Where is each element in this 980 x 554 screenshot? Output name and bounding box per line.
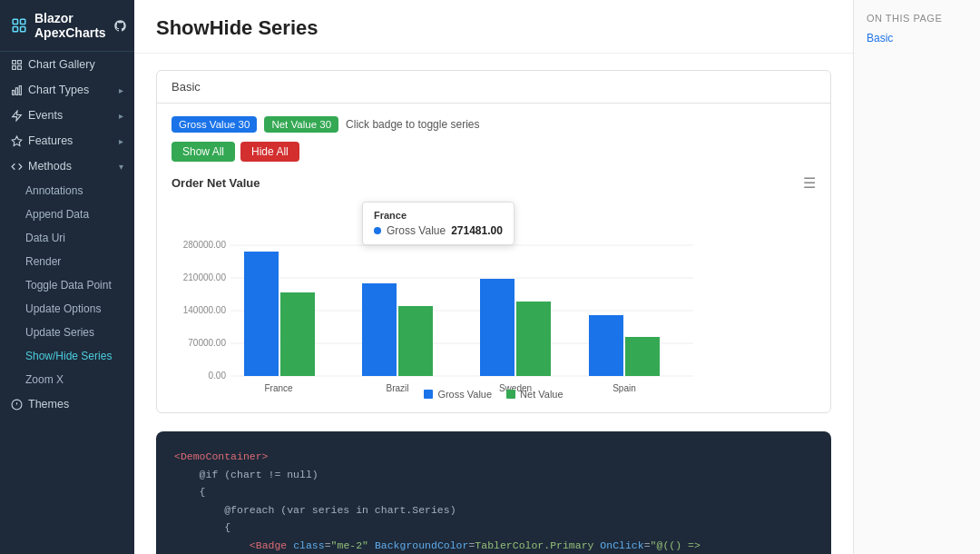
bar-france-gross [244,252,279,376]
svg-rect-1 [21,19,25,24]
app-logo-icon [11,17,27,34]
zap-icon [11,110,23,122]
chevron-methods: ▾ [119,162,123,172]
code-block: <DemoContainer> @if (chart != null) { @f… [156,431,831,554]
y-axis-label-3: 210000.00 [183,272,227,282]
code-line-6: <Badge class="me-2" BackgroundColor=Tabl… [174,537,813,554]
legend-gross-label: Gross Value [437,389,492,400]
sidebar-item-methods[interactable]: Methods ▾ [0,153,134,179]
bar-chart-icon [11,84,23,96]
app-logo: Blazor ApexCharts [0,0,134,52]
code-line-1: <DemoContainer> [174,448,813,466]
sidebar-child-update-series[interactable]: Update Series [0,321,134,344]
content-area: Basic Gross Value 30 Net Value 30 Click … [134,54,853,554]
code-line-4: @foreach (var series in chart.Series) [174,501,813,519]
card-body: Gross Value 30 Net Value 30 Click badge … [157,104,830,412]
card-header: Basic [157,71,830,104]
chart-svg: 0.00 70000.00 140000.00 210000.00 280000… [172,199,698,381]
chart-menu-icon[interactable]: ☰ [803,174,816,192]
svg-rect-3 [21,27,25,32]
svg-marker-11 [13,111,22,121]
badge-net[interactable]: Net Value 30 [264,116,338,133]
sidebar-item-themes-label: Themes [28,398,69,411]
svg-rect-9 [15,87,17,94]
code-line-2: @if (chart != null) [174,466,813,484]
main-content: ShowHide Series Basic Gross Value 30 Net… [134,0,853,554]
bar-france-net [280,292,315,376]
sidebar-item-methods-label: Methods [28,160,72,173]
bar-spain-gross [589,315,623,376]
bar-sweden-net [516,302,551,376]
badge-row: Gross Value 30 Net Value 30 Click badge … [172,116,816,133]
sidebar-child-annotations[interactable]: Annotations [0,179,134,203]
bar-brazil-gross [362,283,397,376]
sidebar-child-toggle-data-point[interactable]: Toggle Data Point [0,273,134,297]
svg-rect-0 [13,19,17,24]
sidebar-child-render[interactable]: Render [0,250,134,273]
svg-rect-4 [13,60,16,64]
sidebar-child-append-data[interactable]: Append Data [0,203,134,226]
palette-icon [11,399,23,411]
svg-marker-12 [12,136,22,145]
svg-rect-10 [19,85,21,94]
star-icon [11,135,23,147]
github-icon[interactable] [113,19,127,33]
sidebar-item-events-label: Events [28,109,63,122]
chevron-features: ▸ [119,136,123,146]
button-row: Show All Hide All [172,142,816,162]
bar-sweden-gross [480,279,514,376]
page-title: ShowHide Series [156,16,831,40]
grid-icon [11,59,23,71]
legend-gross-dot [424,390,433,399]
sidebar-item-chart-gallery[interactable]: Chart Gallery [0,52,134,77]
y-axis-label-1: 70000.00 [188,338,226,348]
x-label-brazil: Brazil [386,383,408,393]
chart-title: Order Net Value [172,176,260,190]
bar-brazil-net [398,306,433,376]
right-sidebar: ON THIS PAGE Basic [853,0,980,554]
bar-spain-net [625,337,660,376]
x-label-spain: Spain [612,383,636,393]
legend-net-label: Net Value [520,389,564,400]
sidebar-child-showhide-series[interactable]: Show/Hide Series [0,344,134,368]
svg-rect-6 [13,65,16,69]
sidebar-child-data-uri[interactable]: Data Uri [0,226,134,250]
chevron-chart-types: ▸ [119,85,123,95]
chevron-events: ▸ [119,111,123,121]
y-axis-label-4: 280000.00 [183,240,227,250]
code-icon [11,161,23,173]
svg-rect-8 [13,90,15,94]
basic-card: Basic Gross Value 30 Net Value 30 Click … [156,70,831,413]
code-line-5: { [174,519,813,537]
on-this-page-title: ON THIS PAGE [867,13,967,24]
svg-rect-2 [13,27,17,32]
svg-rect-5 [18,60,22,64]
legend-net: Net Value [506,389,564,400]
code-line-3: { [174,483,813,501]
y-axis-label-0: 0.00 [209,371,227,381]
on-this-page-link-basic[interactable]: Basic [867,32,893,45]
sidebar-item-themes[interactable]: Themes [0,391,134,417]
sidebar-child-zoom-x[interactable]: Zoom X [0,368,134,391]
page-header: ShowHide Series [134,0,853,54]
x-label-france: France [264,383,293,393]
legend-net-dot [506,390,515,399]
sidebar-item-chart-types[interactable]: Chart Types ▸ [0,77,134,103]
badge-gross[interactable]: Gross Value 30 [172,116,257,133]
sidebar-item-events[interactable]: Events ▸ [0,103,134,128]
sidebar-child-update-options[interactable]: Update Options [0,297,134,321]
sidebar-item-chart-gallery-label: Chart Gallery [28,58,95,71]
sidebar-item-features-label: Features [28,134,73,147]
svg-rect-7 [18,65,22,69]
hide-all-button[interactable]: Hide All [240,142,299,162]
legend-gross: Gross Value [424,389,492,400]
y-axis-label-2: 140000.00 [183,305,227,315]
badge-instruction-text: Click badge to toggle series [346,118,479,131]
sidebar-item-chart-types-label: Chart Types [28,84,89,96]
chart-title-row: Order Net Value ☰ [172,174,816,192]
show-all-button[interactable]: Show All [172,142,235,162]
sidebar-item-features[interactable]: Features ▸ [0,128,134,153]
app-name-label: Blazor ApexCharts [34,11,106,40]
chart-wrapper: Order Net Value ☰ France Gross Value 271… [172,174,816,400]
sidebar: Blazor ApexCharts Chart Gallery Chart Ty… [0,0,134,554]
